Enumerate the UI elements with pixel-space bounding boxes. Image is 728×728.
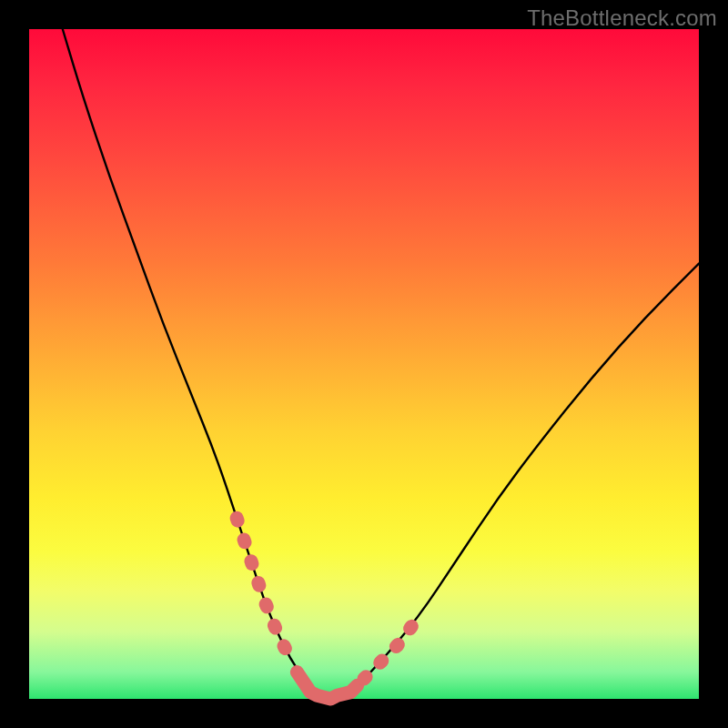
highlight-left-arm [237, 518, 290, 659]
curve-svg [29, 29, 699, 699]
chart-frame: TheBottleneck.com [0, 0, 728, 728]
watermark-text: TheBottleneck.com [527, 5, 717, 31]
highlight-bottom-flat [297, 672, 357, 699]
bottleneck-curve [63, 29, 699, 697]
plot-area [29, 29, 699, 699]
